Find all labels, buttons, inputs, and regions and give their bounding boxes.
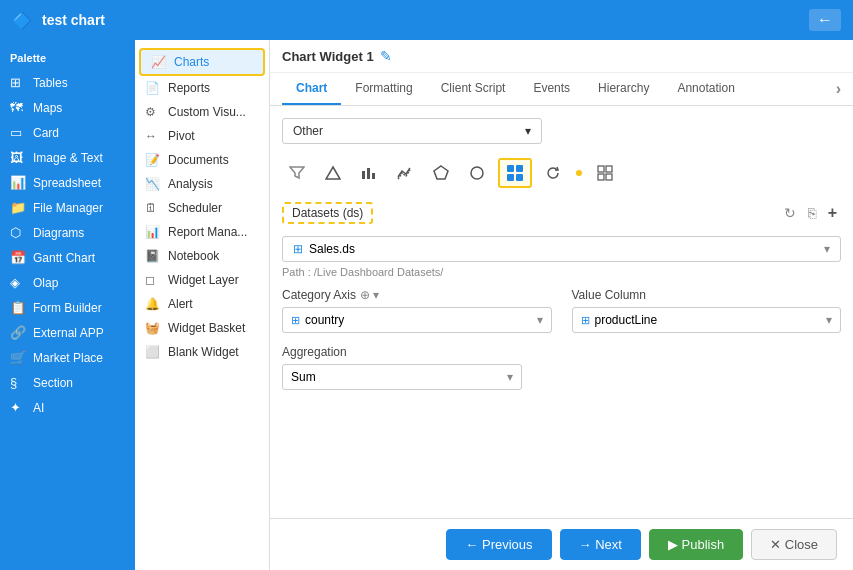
sub-sidebar-label-documents: Documents [168,153,229,167]
chart-rotate-icon[interactable] [538,160,568,186]
aggregation-label: Aggregation [282,345,841,359]
svg-rect-13 [606,174,612,180]
sub-sidebar-item-custom-visu[interactable]: ⚙ Custom Visu... [135,100,269,124]
card-icon: ▭ [10,125,26,140]
datasets-refresh-btn[interactable]: ↻ [780,203,800,223]
sub-sidebar-item-scheduler[interactable]: 🗓 Scheduler [135,196,269,220]
datasets-copy-btn[interactable]: ⎘ [804,203,820,223]
sidebar-item-gantt[interactable]: 📅 Gantt Chart [0,245,135,270]
sub-sidebar-label-blank-widget: Blank Widget [168,345,239,359]
sub-sidebar-item-notebook[interactable]: 📓 Notebook [135,244,269,268]
aggregation-dropdown[interactable]: Sum ▾ [282,364,522,390]
datasets-add-btn[interactable]: + [824,202,841,224]
sidebar-item-file-manager[interactable]: 📁 File Manager [0,195,135,220]
svg-point-5 [471,167,483,179]
chart-line-icon[interactable] [390,160,420,186]
chart-triangle-icon[interactable] [318,160,348,186]
tab-hierarchy[interactable]: Hierarchy [584,73,663,105]
main-content: Chart Widget 1 ✎ Chart Formatting Client… [270,40,853,570]
notebook-icon: 📓 [145,249,161,263]
sub-sidebar-item-blank-widget[interactable]: ⬜ Blank Widget [135,340,269,364]
sidebar-item-spreadsheet[interactable]: 📊 Spreadsheet [0,170,135,195]
sub-sidebar-item-report-manager[interactable]: 📊 Report Mana... [135,220,269,244]
svg-rect-7 [516,165,523,172]
sidebar-item-card[interactable]: ▭ Card [0,120,135,145]
datasets-label: Datasets (ds) [282,202,373,224]
chart-filter-icon[interactable] [282,160,312,186]
sub-sidebar-item-widget-layer[interactable]: ◻ Widget Layer [135,268,269,292]
close-button[interactable]: ✕ Close [751,529,837,560]
sidebar-label-card: Card [33,126,59,140]
tab-client-script[interactable]: Client Script [427,73,520,105]
sidebar-item-section[interactable]: § Section [0,370,135,395]
sidebar-item-diagrams[interactable]: ⬡ Diagrams [0,220,135,245]
svg-marker-4 [434,166,448,179]
sidebar-item-ai[interactable]: ✦ AI [0,395,135,420]
olap-icon: ◈ [10,275,26,290]
sub-sidebar-item-alert[interactable]: 🔔 Alert [135,292,269,316]
dataset-item[interactable]: ⊞ Sales.ds ▾ [282,236,841,262]
chart-grid-selected-icon[interactable] [498,158,532,188]
chart-type-arrow: ▾ [525,124,531,138]
chart-icon-toolbar [282,154,841,192]
svg-rect-10 [598,166,604,172]
sidebar-label-file-manager: File Manager [33,201,103,215]
sub-sidebar-label-widget-layer: Widget Layer [168,273,239,287]
chart-pentagon-icon[interactable] [426,160,456,186]
widget-edit-icon[interactable]: ✎ [380,48,392,64]
alert-icon: 🔔 [145,297,161,311]
sidebar-label-section: Section [33,376,73,390]
tab-formatting[interactable]: Formatting [341,73,426,105]
sub-sidebar-item-documents[interactable]: 📝 Documents [135,148,269,172]
previous-button[interactable]: ← Previous [446,529,551,560]
form-builder-icon: 📋 [10,300,26,315]
sidebar-item-olap[interactable]: ◈ Olap [0,270,135,295]
left-sidebar: Palette Tables 🗺 Maps ▭ Card 🖼 Image & T… [0,40,135,570]
category-axis-label: Category Axis ⊕ ▾ [282,288,552,302]
tab-annotation[interactable]: Annotation [663,73,748,105]
sidebar-item-image-text[interactable]: 🖼 Image & Text [0,145,135,170]
widget-layer-icon: ◻ [145,273,161,287]
chart-bar-icon[interactable] [354,160,384,186]
sub-sidebar-item-reports[interactable]: 📄 Reports [135,76,269,100]
bottom-bar: ← Previous → Next ▶ Publish ✕ Close [270,518,853,570]
sidebar-item-external-app[interactable]: 🔗 External APP [0,320,135,345]
tab-bar: Chart Formatting Client Script Events Hi… [270,73,853,106]
category-axis-value: country [305,313,344,327]
sub-sidebar-label-notebook: Notebook [168,249,219,263]
axis-columns-row: Category Axis ⊕ ▾ ⊞ country ▾ [282,288,841,333]
dataset-path: Path : /Live Dashboard Datasets/ [282,266,841,278]
chart-panel: Other ▾ [270,106,853,518]
next-button[interactable]: → Next [560,529,641,560]
chart-circle-icon[interactable] [462,160,492,186]
scheduler-icon: 🗓 [145,201,161,215]
publish-button[interactable]: ▶ Publish [649,529,743,560]
value-column-dropdown[interactable]: ⊞ productLine ▾ [572,307,842,333]
sub-sidebar-item-charts[interactable]: 📈 Charts [139,48,265,76]
sidebar-label-tables: Tables [33,76,68,90]
sidebar-item-maps[interactable]: 🗺 Maps [0,95,135,120]
sidebar-label-diagrams: Diagrams [33,226,84,240]
palette-title: Palette [0,48,135,70]
tab-events[interactable]: Events [519,73,584,105]
analysis-icon: 📉 [145,177,161,191]
sidebar-item-tables[interactable]: Tables [0,70,135,95]
blank-widget-icon: ⬜ [145,345,161,359]
sidebar-label-image-text: Image & Text [33,151,103,165]
aggregation-value: Sum [291,370,316,384]
sub-sidebar-item-analysis[interactable]: 📉 Analysis [135,172,269,196]
sub-sidebar-item-widget-basket[interactable]: 🧺 Widget Basket [135,316,269,340]
tabs-chevron-icon[interactable]: › [836,80,841,98]
tab-chart[interactable]: Chart [282,73,341,105]
svg-rect-9 [516,174,523,181]
report-manager-icon: 📊 [145,225,161,239]
chart-type-dropdown[interactable]: Other ▾ [282,118,542,144]
sub-sidebar-item-pivot[interactable]: ↔ Pivot [135,124,269,148]
sidebar-item-market-place[interactable]: 🛒 Market Place [0,345,135,370]
category-axis-dropdown[interactable]: ⊞ country ▾ [282,307,552,333]
chart-grid2-icon[interactable] [590,160,620,186]
header-back-icon[interactable]: ← [809,9,841,31]
sidebar-item-form-builder[interactable]: 📋 Form Builder [0,295,135,320]
sidebar-label-olap: Olap [33,276,58,290]
svg-rect-3 [372,173,375,179]
